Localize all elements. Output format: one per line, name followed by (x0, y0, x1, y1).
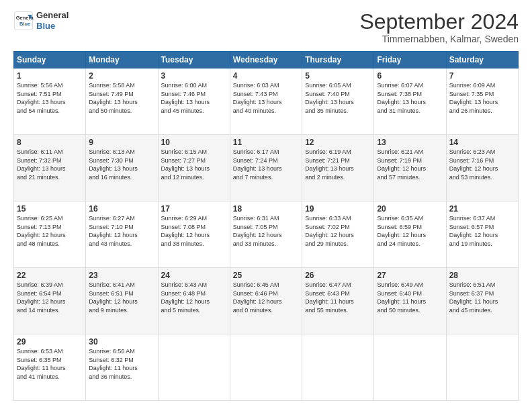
calendar-cell: 3Sunrise: 6:00 AM Sunset: 7:46 PM Daylig… (158, 68, 230, 135)
calendar-cell: 20Sunrise: 6:35 AM Sunset: 6:59 PM Dayli… (374, 201, 446, 268)
day-number: 15 (17, 204, 83, 214)
day-number: 30 (89, 337, 154, 347)
day-number: 18 (233, 204, 299, 214)
day-number: 27 (377, 271, 443, 280)
calendar-header-saturday: Saturday (446, 52, 518, 68)
calendar-cell: 18Sunrise: 6:31 AM Sunset: 7:05 PM Dayli… (230, 201, 302, 268)
calendar-cell: 15Sunrise: 6:25 AM Sunset: 7:13 PM Dayli… (14, 201, 86, 268)
logo: General Blue General Blue (13, 10, 69, 31)
day-info: Sunrise: 6:23 AM Sunset: 7:16 PM Dayligh… (449, 148, 515, 181)
day-info: Sunrise: 6:27 AM Sunset: 7:10 PM Dayligh… (89, 214, 154, 248)
calendar-table: SundayMondayTuesdayWednesdayThursdayFrid… (13, 51, 519, 401)
day-number: 26 (305, 271, 371, 280)
calendar-week-row: 22Sunrise: 6:39 AM Sunset: 6:54 PM Dayli… (14, 268, 519, 334)
day-info: Sunrise: 6:49 AM Sunset: 6:40 PM Dayligh… (377, 281, 443, 314)
day-info: Sunrise: 6:51 AM Sunset: 6:37 PM Dayligh… (449, 281, 515, 314)
day-number: 25 (233, 271, 299, 280)
day-info: Sunrise: 6:25 AM Sunset: 7:13 PM Dayligh… (17, 214, 83, 248)
calendar-cell: 25Sunrise: 6:45 AM Sunset: 6:46 PM Dayli… (230, 268, 302, 334)
day-info: Sunrise: 6:33 AM Sunset: 7:02 PM Dayligh… (305, 214, 371, 248)
calendar-header-row: SundayMondayTuesdayWednesdayThursdayFrid… (14, 52, 519, 68)
day-number: 2 (89, 71, 154, 81)
calendar-cell: 13Sunrise: 6:21 AM Sunset: 7:19 PM Dayli… (374, 135, 446, 201)
day-info: Sunrise: 6:37 AM Sunset: 6:57 PM Dayligh… (449, 214, 515, 248)
day-number: 8 (17, 138, 83, 147)
day-info: Sunrise: 6:31 AM Sunset: 7:05 PM Dayligh… (233, 214, 299, 248)
day-number: 17 (161, 204, 227, 214)
day-number: 11 (233, 138, 299, 147)
day-info: Sunrise: 6:11 AM Sunset: 7:32 PM Dayligh… (17, 148, 83, 181)
day-number: 5 (305, 71, 371, 81)
day-info: Sunrise: 6:03 AM Sunset: 7:43 PM Dayligh… (233, 81, 299, 115)
calendar-cell: 8Sunrise: 6:11 AM Sunset: 7:32 PM Daylig… (14, 135, 86, 201)
day-info: Sunrise: 6:00 AM Sunset: 7:46 PM Dayligh… (161, 81, 227, 115)
logo-text-line1: General (36, 10, 69, 21)
logo-text-line2: Blue (36, 21, 69, 32)
day-info: Sunrise: 6:56 AM Sunset: 6:32 PM Dayligh… (89, 347, 154, 381)
location-subtitle: Timmernabben, Kalmar, Sweden (359, 34, 519, 44)
day-number: 13 (377, 138, 443, 147)
calendar-cell (230, 334, 302, 401)
calendar-cell: 4Sunrise: 6:03 AM Sunset: 7:43 PM Daylig… (230, 68, 302, 135)
day-info: Sunrise: 6:45 AM Sunset: 6:46 PM Dayligh… (233, 281, 299, 314)
day-number: 21 (449, 204, 515, 214)
calendar-cell: 21Sunrise: 6:37 AM Sunset: 6:57 PM Dayli… (446, 201, 518, 268)
day-info: Sunrise: 6:29 AM Sunset: 7:08 PM Dayligh… (161, 214, 227, 248)
calendar-cell (158, 334, 230, 401)
calendar-cell: 29Sunrise: 6:53 AM Sunset: 6:35 PM Dayli… (14, 334, 86, 401)
day-number: 16 (89, 204, 154, 214)
calendar-cell: 19Sunrise: 6:33 AM Sunset: 7:02 PM Dayli… (302, 201, 374, 268)
calendar-cell: 27Sunrise: 6:49 AM Sunset: 6:40 PM Dayli… (374, 268, 446, 334)
day-number: 29 (17, 337, 83, 347)
calendar-cell: 11Sunrise: 6:17 AM Sunset: 7:24 PM Dayli… (230, 135, 302, 201)
calendar-cell: 30Sunrise: 6:56 AM Sunset: 6:32 PM Dayli… (86, 334, 158, 401)
calendar-cell (374, 334, 446, 401)
day-info: Sunrise: 5:56 AM Sunset: 7:51 PM Dayligh… (17, 81, 83, 115)
day-info: Sunrise: 6:07 AM Sunset: 7:38 PM Dayligh… (377, 81, 443, 115)
day-info: Sunrise: 6:19 AM Sunset: 7:21 PM Dayligh… (305, 148, 371, 181)
calendar-cell: 23Sunrise: 6:41 AM Sunset: 6:51 PM Dayli… (86, 268, 158, 334)
day-number: 24 (161, 271, 227, 280)
day-number: 12 (305, 138, 371, 147)
calendar-cell: 26Sunrise: 6:47 AM Sunset: 6:43 PM Dayli… (302, 268, 374, 334)
calendar-cell: 12Sunrise: 6:19 AM Sunset: 7:21 PM Dayli… (302, 135, 374, 201)
page: General Blue General Blue September 2024… (0, 0, 532, 411)
calendar-header-sunday: Sunday (14, 52, 86, 68)
title-block: September 2024 Timmernabben, Kalmar, Swe… (359, 10, 519, 44)
calendar-cell: 7Sunrise: 6:09 AM Sunset: 7:35 PM Daylig… (446, 68, 518, 135)
calendar-header-tuesday: Tuesday (158, 52, 230, 68)
calendar-week-row: 8Sunrise: 6:11 AM Sunset: 7:32 PM Daylig… (14, 135, 519, 201)
day-number: 28 (449, 271, 515, 280)
calendar-cell: 14Sunrise: 6:23 AM Sunset: 7:16 PM Dayli… (446, 135, 518, 201)
calendar-cell: 22Sunrise: 6:39 AM Sunset: 6:54 PM Dayli… (14, 268, 86, 334)
calendar-cell (446, 334, 518, 401)
calendar-week-row: 29Sunrise: 6:53 AM Sunset: 6:35 PM Dayli… (14, 334, 519, 401)
day-number: 9 (89, 138, 154, 147)
day-number: 20 (377, 204, 443, 214)
day-info: Sunrise: 5:58 AM Sunset: 7:49 PM Dayligh… (89, 81, 154, 115)
month-title: September 2024 (359, 10, 519, 34)
day-info: Sunrise: 6:53 AM Sunset: 6:35 PM Dayligh… (17, 347, 83, 381)
day-number: 6 (377, 71, 443, 81)
calendar-week-row: 15Sunrise: 6:25 AM Sunset: 7:13 PM Dayli… (14, 201, 519, 268)
day-info: Sunrise: 6:17 AM Sunset: 7:24 PM Dayligh… (233, 148, 299, 181)
day-info: Sunrise: 6:35 AM Sunset: 6:59 PM Dayligh… (377, 214, 443, 248)
calendar-header-wednesday: Wednesday (230, 52, 302, 68)
calendar-cell: 5Sunrise: 6:05 AM Sunset: 7:40 PM Daylig… (302, 68, 374, 135)
day-info: Sunrise: 6:05 AM Sunset: 7:40 PM Dayligh… (305, 81, 371, 115)
day-info: Sunrise: 6:15 AM Sunset: 7:27 PM Dayligh… (161, 148, 227, 181)
day-info: Sunrise: 6:09 AM Sunset: 7:35 PM Dayligh… (449, 81, 515, 115)
calendar-header-monday: Monday (86, 52, 158, 68)
day-info: Sunrise: 6:13 AM Sunset: 7:30 PM Dayligh… (89, 148, 154, 181)
logo-icon: General Blue (13, 11, 34, 31)
calendar-week-row: 1Sunrise: 5:56 AM Sunset: 7:51 PM Daylig… (14, 68, 519, 135)
day-info: Sunrise: 6:41 AM Sunset: 6:51 PM Dayligh… (89, 281, 154, 314)
calendar-cell: 17Sunrise: 6:29 AM Sunset: 7:08 PM Dayli… (158, 201, 230, 268)
day-number: 23 (89, 271, 154, 280)
calendar-cell: 28Sunrise: 6:51 AM Sunset: 6:37 PM Dayli… (446, 268, 518, 334)
calendar-cell: 2Sunrise: 5:58 AM Sunset: 7:49 PM Daylig… (86, 68, 158, 135)
day-number: 3 (161, 71, 227, 81)
calendar-cell: 6Sunrise: 6:07 AM Sunset: 7:38 PM Daylig… (374, 68, 446, 135)
svg-text:Blue: Blue (19, 20, 30, 26)
day-number: 1 (17, 71, 83, 81)
